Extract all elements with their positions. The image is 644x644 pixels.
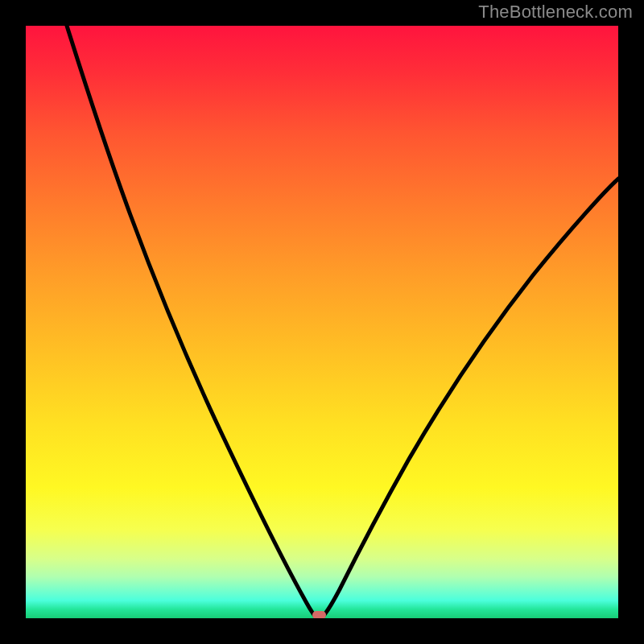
bottleneck-curve: [67, 26, 618, 617]
plot-area: [26, 26, 618, 618]
watermark-text: TheBottleneck.com: [478, 2, 633, 23]
chart-frame: TheBottleneck.com: [0, 0, 644, 644]
curve-layer: [26, 26, 618, 618]
minimum-marker: [312, 611, 326, 618]
